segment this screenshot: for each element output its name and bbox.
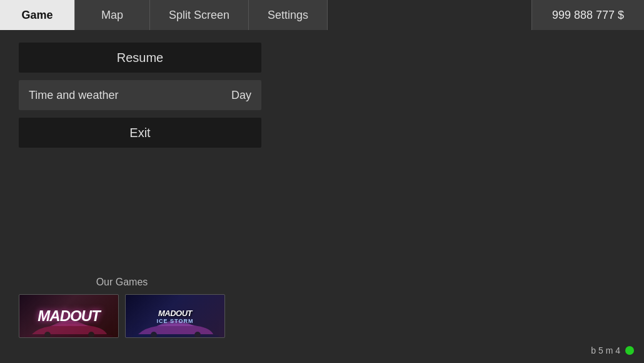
status-text: b 5 m 4 xyxy=(591,345,620,355)
madout1-logo: MADOUT xyxy=(38,307,99,325)
our-games-section: Our Games MADOUT MADOUT xyxy=(19,277,225,338)
tabs-row: Game Map Split Screen Settings 999 888 7… xyxy=(0,0,644,30)
icestorm-logo: MADOUT xyxy=(158,309,192,318)
resume-button[interactable]: Resume xyxy=(19,43,261,73)
main-content: Resume Time and weather Day Exit xyxy=(0,30,644,168)
status-dot xyxy=(625,346,634,355)
time-weather-row[interactable]: Time and weather Day xyxy=(19,80,261,110)
icestorm-sub: ICE STORM xyxy=(157,318,194,324)
tab-game[interactable]: Game xyxy=(0,0,75,30)
tab-settings[interactable]: Settings xyxy=(249,0,328,30)
tab-map[interactable]: Map xyxy=(75,0,150,30)
bottom-status: b 5 m 4 xyxy=(591,345,634,355)
money-display: 999 888 777 $ xyxy=(531,0,644,30)
time-weather-value: Day xyxy=(231,89,251,102)
our-games-label: Our Games xyxy=(19,277,225,288)
game-thumb-madout1[interactable]: MADOUT xyxy=(19,294,119,338)
exit-button[interactable]: Exit xyxy=(19,118,261,148)
game-thumb-icestorm[interactable]: MADOUT ICE STORM xyxy=(125,294,225,338)
tab-split-screen[interactable]: Split Screen xyxy=(150,0,249,30)
time-weather-label: Time and weather xyxy=(29,89,118,102)
game-thumbnails: MADOUT MADOUT ICE STORM xyxy=(19,294,225,338)
